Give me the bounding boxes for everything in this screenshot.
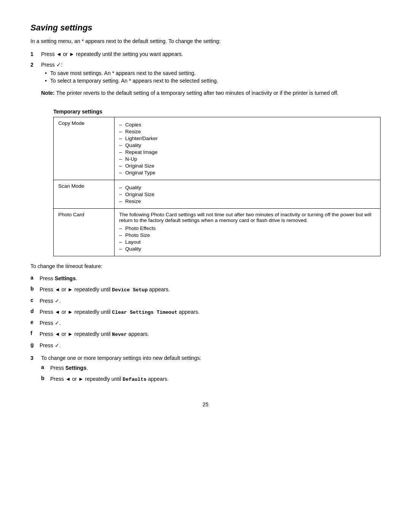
step-3-number: 3 — [30, 355, 41, 361]
bullet-2: To select a temporary setting. An * appe… — [45, 78, 381, 84]
bullet-1: To save most settings. An * appears next… — [45, 70, 381, 76]
list-item: Photo Effects — [119, 225, 376, 231]
list-item: Original Type — [119, 170, 376, 176]
intro-text: In a setting menu, an * appears next to … — [30, 38, 381, 44]
timeout-step-g: g Press ✓. — [30, 342, 381, 350]
table-cell-copy-mode-items: Copies Resize Lighter/Darker Quality Rep… — [115, 117, 381, 180]
timeout-step-a-content: Press Settings. — [40, 275, 381, 283]
photo-card-description: The following Photo Card settings will n… — [119, 212, 371, 223]
table-cell-photo-card-items: The following Photo Card settings will n… — [115, 209, 381, 256]
temp-settings-title: Temporary settings — [53, 109, 381, 115]
list-item: N-Up — [119, 156, 376, 162]
timeout-step-c: c Press ✓. — [30, 297, 381, 305]
timeout-step-e-label: e — [30, 319, 40, 325]
step-2-number: 2 — [30, 62, 41, 68]
list-item: Copies — [119, 122, 376, 128]
step-3a-label: a — [41, 364, 50, 370]
table-cell-copy-mode-label: Copy Mode — [54, 117, 115, 180]
note-block: Note: The printer reverts to the default… — [41, 89, 381, 97]
table-cell-photo-card-label: Photo Card — [54, 209, 115, 256]
timeout-step-g-content: Press ✓. — [40, 342, 381, 350]
step-2-bullets: To save most settings. An * appears next… — [45, 70, 381, 84]
timeout-step-f: f Press ◄ or ► repeatedly until Never ap… — [30, 330, 381, 339]
table-row: Copy Mode Copies Resize Lighter/Darker Q… — [54, 117, 381, 180]
page-number: 25 — [30, 401, 381, 407]
list-item: Quality — [119, 246, 376, 252]
list-item: Lighter/Darker — [119, 136, 376, 141]
timeout-step-e: e Press ✓. — [30, 319, 381, 327]
timeout-step-b-label: b — [30, 286, 40, 292]
table-row: Photo Card The following Photo Card sett… — [54, 209, 381, 256]
step-1-number: 1 — [30, 51, 41, 57]
table-cell-scan-mode-label: Scan Mode — [54, 180, 115, 209]
step-3b: b Press ◄ or ► repeatedly until Defaults… — [41, 375, 381, 383]
timeout-step-f-content: Press ◄ or ► repeatedly until Never appe… — [40, 330, 381, 339]
timeout-step-d: d Press ◄ or ► repeatedly until Clear Se… — [30, 308, 381, 316]
step-2-label: Press ✓: — [41, 62, 62, 68]
timeout-step-b-content: Press ◄ or ► repeatedly until Device Set… — [40, 286, 381, 294]
step-3: 3 To change one or more temporary settin… — [30, 355, 381, 387]
to-change-timeout-text: To change the timeout feature: — [30, 263, 381, 269]
timeout-step-c-content: Press ✓. — [40, 297, 381, 305]
step-2: 2 Press ✓: To save most settings. An * a… — [30, 62, 381, 102]
step-3a: a Press Settings. — [41, 364, 381, 372]
timeout-steps: a Press Settings. b Press ◄ or ► repeate… — [30, 275, 381, 350]
timeout-step-b: b Press ◄ or ► repeatedly until Device S… — [30, 286, 381, 294]
step-3-text: To change one or more temporary settings… — [41, 355, 201, 361]
table-cell-scan-mode-items: Quality Original Size Resize — [115, 180, 381, 209]
timeout-step-a: a Press Settings. — [30, 275, 381, 283]
timeout-step-f-label: f — [30, 330, 40, 336]
list-item: Repeat Image — [119, 149, 376, 155]
list-item: Quality — [119, 185, 376, 190]
step-1-text: Press ◄ or ► repeatedly until the settin… — [41, 51, 183, 57]
timeout-step-g-label: g — [30, 342, 40, 348]
table-row: Scan Mode Quality Original Size Resize — [54, 180, 381, 209]
list-item: Layout — [119, 239, 376, 245]
step-3b-label: b — [41, 375, 50, 381]
list-item: Original Size — [119, 192, 376, 197]
timeout-step-c-label: c — [30, 297, 40, 303]
list-item: Original Size — [119, 163, 376, 169]
timeout-step-e-content: Press ✓. — [40, 319, 381, 327]
step-1: 1 Press ◄ or ► repeatedly until the sett… — [30, 51, 381, 57]
list-item: Resize — [119, 198, 376, 204]
list-item: Quality — [119, 142, 376, 148]
list-item: Photo Size — [119, 232, 376, 238]
step-3b-content: Press ◄ or ► repeatedly until Defaults a… — [50, 375, 381, 383]
page-title: Saving settings — [30, 23, 381, 33]
timeout-step-d-content: Press ◄ or ► repeatedly until Clear Sett… — [40, 308, 381, 316]
temp-settings-table: Copy Mode Copies Resize Lighter/Darker Q… — [53, 117, 381, 256]
list-item: Resize — [119, 129, 376, 134]
timeout-step-d-label: d — [30, 308, 40, 314]
timeout-step-a-label: a — [30, 275, 40, 281]
step-3a-content: Press Settings. — [50, 364, 381, 372]
